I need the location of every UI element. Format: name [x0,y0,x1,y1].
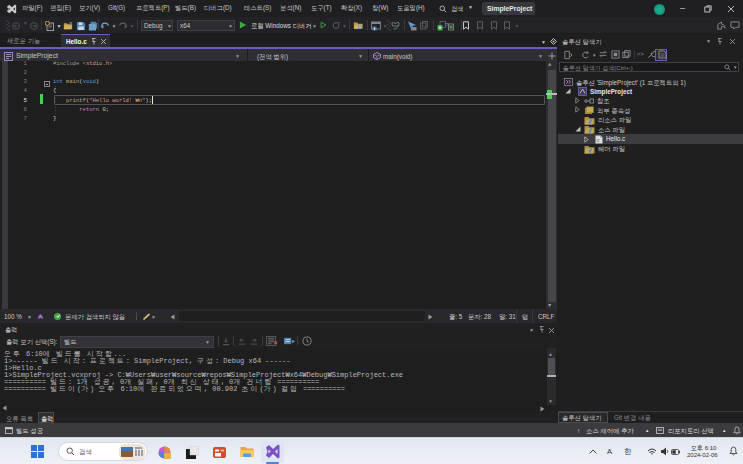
svg-text:c: c [597,137,600,143]
